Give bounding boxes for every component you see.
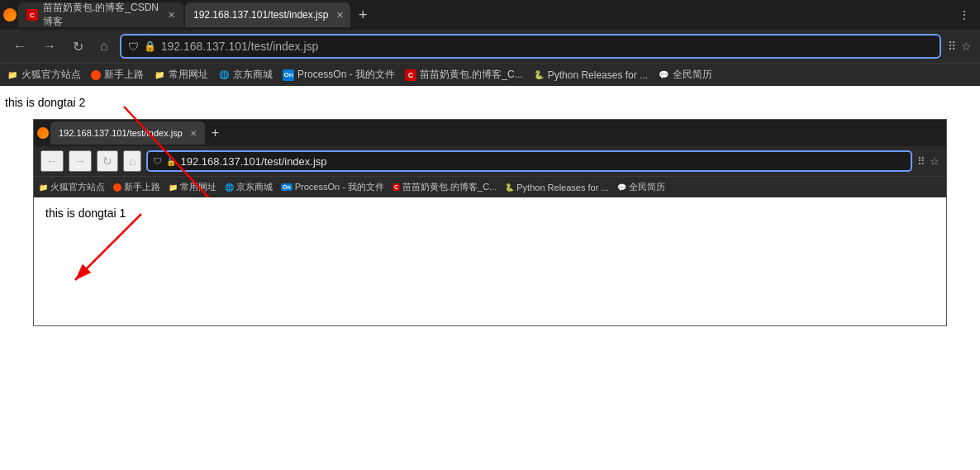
outer-content-area: this is dongtai 2 192.168.137.101/test/i…: [0, 86, 980, 470]
outer-new-tab-button[interactable]: +: [352, 7, 374, 24]
inner-nav-actions: ⠿ ☆: [917, 155, 940, 168]
inner-new-tab-button[interactable]: +: [207, 126, 224, 140]
inner-bm-5-label: 苗苗奶黄包.的博客_C...: [402, 181, 497, 193]
inner-bm-6-label: Python Releases for ...: [516, 183, 608, 192]
inner-home-button[interactable]: ⌂: [123, 150, 141, 172]
outer-browser: C 苗苗奶黄包.的博客_CSDN博客 ✕ 192.168.137.101/tes…: [0, 0, 980, 86]
outer-tab-bar: C 苗苗奶黄包.的博客_CSDN博客 ✕ 192.168.137.101/tes…: [0, 0, 980, 30]
inner-bm-2[interactable]: 📁 常用网址: [169, 181, 216, 193]
inner-star-button[interactable]: ☆: [930, 155, 940, 168]
inner-firefox-logo-icon: [37, 127, 49, 139]
outer-bm-3-label: 京东商城: [233, 68, 273, 82]
outer-address-path: /test/index.jsp: [248, 40, 319, 53]
outer-tab-2-label: 192.168.137.101/test/index.jsp: [193, 9, 328, 21]
inner-address-bar[interactable]: 🛡 🔒 192.168.137.101/test/index.jsp: [146, 150, 912, 172]
csdn-tab-icon: C: [26, 9, 38, 21]
outer-refresh-button[interactable]: ↻: [68, 36, 88, 58]
inner-bm-1-icon: [113, 183, 121, 192]
inner-back-button[interactable]: ←: [40, 150, 64, 172]
inner-bm-7-icon: 💬: [617, 183, 626, 192]
outer-tab-1-label: 苗苗奶黄包.的博客_CSDN博客: [43, 1, 159, 29]
inner-forward-button[interactable]: →: [69, 150, 92, 172]
inner-bm-4-icon: On: [281, 183, 293, 191]
firefox-logo-icon: [3, 8, 17, 21]
inner-bm-1[interactable]: 新手上路: [113, 181, 160, 193]
inner-bm-4[interactable]: On ProcessOn - 我的文件: [281, 181, 384, 193]
inner-bm-2-icon: 📁: [169, 183, 178, 192]
dongtai1-text: this is dongtai 1: [45, 207, 126, 220]
outer-bm-4-label: ProcessOn - 我的文件: [297, 68, 395, 82]
outer-bm-7-label: 全民简历: [673, 68, 712, 82]
outer-bm-0-label: 火狐官方站点: [21, 68, 81, 82]
outer-tab-2[interactable]: 192.168.137.101/test/index.jsp ✕: [185, 2, 350, 27]
outer-bm-6[interactable]: 🐍 Python Releases for ...: [533, 69, 648, 81]
outer-tab-overflow[interactable]: ⋮: [952, 8, 977, 21]
inner-bm-3[interactable]: 🌐 京东商城: [225, 181, 273, 193]
outer-grid-button[interactable]: ⠿: [948, 40, 956, 53]
outer-star-button[interactable]: ☆: [961, 40, 972, 53]
outer-bm-5-label: 苗苗奶黄包.的博客_C...: [420, 68, 523, 82]
outer-content-top: this is dongtai 2: [0, 86, 980, 119]
inner-bm-7[interactable]: 💬 全民简历: [617, 181, 665, 193]
outer-shield-icon: 🛡: [128, 40, 139, 53]
outer-bm-7-icon: 💬: [658, 69, 669, 81]
outer-address-host: 192.168.137.101: [161, 40, 248, 53]
outer-forward-button[interactable]: →: [38, 36, 61, 57]
outer-bm-7[interactable]: 💬 全民简历: [658, 68, 712, 82]
inner-bm-0[interactable]: 📁 火狐官方站点: [39, 181, 105, 193]
inner-grid-button[interactable]: ⠿: [917, 155, 925, 168]
outer-bm-3-icon: 🌐: [218, 69, 230, 81]
outer-address-text: 192.168.137.101/test/index.jsp: [161, 40, 933, 53]
inner-bm-5[interactable]: C 苗苗奶黄包.的博客_C...: [392, 181, 497, 193]
outer-nav-bar: ← → ↻ ⌂ 🛡 🔒 192.168.137.101/test/index.j…: [0, 30, 980, 63]
inner-tab-1[interactable]: 192.168.137.101/test/index.jsp ✕: [50, 121, 205, 145]
outer-bm-4[interactable]: On ProcessOn - 我的文件: [283, 68, 395, 82]
page-root: C 苗苗奶黄包.的博客_CSDN博客 ✕ 192.168.137.101/tes…: [0, 0, 980, 470]
outer-back-button[interactable]: ←: [8, 36, 31, 57]
outer-bm-5[interactable]: C 苗苗奶黄包.的博客_C...: [405, 68, 523, 82]
inner-browser: 192.168.137.101/test/index.jsp ✕ + ← → ↻…: [34, 120, 946, 325]
outer-bm-3[interactable]: 🌐 京东商城: [218, 68, 273, 82]
inner-bm-0-icon: 📁: [39, 183, 48, 192]
inner-address-text: 192.168.137.101/test/index.jsp: [180, 155, 906, 168]
inner-nav-bar: ← → ↻ ⌂ 🛡 🔒 192.168.137.101/test/index.j…: [34, 146, 946, 176]
outer-tab-1[interactable]: C 苗苗奶黄包.的博客_CSDN博客 ✕: [18, 2, 183, 27]
outer-tab-1-close[interactable]: ✕: [168, 10, 175, 21]
outer-bm-0[interactable]: 📁 火狐官方站点: [7, 68, 81, 82]
inner-bm-3-label: 京东商城: [236, 181, 273, 193]
outer-address-bar[interactable]: 🛡 🔒 192.168.137.101/test/index.jsp: [120, 34, 941, 59]
inner-content-area: this is dongtai 1: [34, 197, 946, 325]
outer-bm-1-icon: [91, 70, 101, 80]
outer-bm-2-icon: 📁: [154, 69, 165, 81]
outer-bm-0-icon: 📁: [7, 69, 18, 81]
outer-bm-5-icon: C: [405, 69, 416, 81]
outer-tab-2-close[interactable]: ✕: [336, 10, 344, 21]
dongtai2-text: this is dongtai 2: [5, 96, 85, 109]
inner-bm-1-label: 新手上路: [124, 181, 160, 193]
inner-browser-container: 192.168.137.101/test/index.jsp ✕ + ← → ↻…: [33, 119, 947, 326]
outer-bm-4-icon: On: [283, 69, 294, 81]
outer-bookmarks-bar: 📁 火狐官方站点 新手上路 📁 常用网址 🌐 京东商城 On ProcessOn…: [0, 63, 980, 86]
inner-bm-5-icon: C: [392, 183, 400, 191]
inner-refresh-button[interactable]: ↻: [97, 150, 118, 172]
outer-bm-1[interactable]: 新手上路: [91, 68, 144, 82]
inner-tab-1-label: 192.168.137.101/test/index.jsp: [59, 128, 183, 138]
outer-bm-2[interactable]: 📁 常用网址: [154, 68, 208, 82]
inner-bm-0-label: 火狐官方站点: [50, 181, 105, 193]
inner-lock-icon: 🔒: [166, 157, 176, 166]
outer-lock-icon: 🔒: [144, 40, 156, 52]
inner-shield-icon: 🛡: [153, 156, 162, 166]
inner-bm-6-icon: 🐍: [505, 183, 514, 192]
inner-bm-4-label: ProcessOn - 我的文件: [295, 181, 384, 193]
outer-bm-6-label: Python Releases for ...: [548, 69, 648, 81]
outer-home-button[interactable]: ⌂: [95, 36, 113, 57]
svg-line-3: [75, 214, 141, 280]
outer-bm-2-label: 常用网址: [169, 68, 208, 82]
outer-nav-actions: ⠿ ☆: [948, 40, 972, 53]
inner-bm-2-label: 常用网址: [180, 181, 216, 193]
inner-bm-3-icon: 🌐: [225, 183, 234, 192]
inner-bm-6[interactable]: 🐍 Python Releases for ...: [505, 183, 608, 192]
outer-bm-6-icon: 🐍: [533, 69, 545, 81]
inner-tab-1-close[interactable]: ✕: [190, 129, 197, 138]
inner-bookmarks-bar: 📁 火狐官方站点 新手上路 📁 常用网址 🌐 京东商城: [34, 176, 946, 197]
